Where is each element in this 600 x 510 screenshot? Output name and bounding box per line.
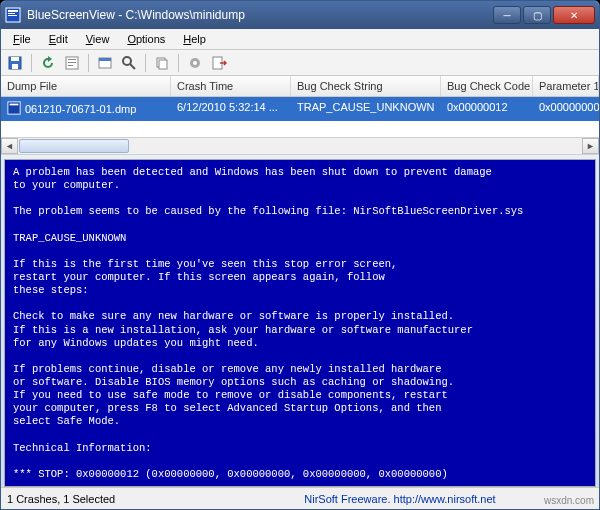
titlebar[interactable]: BlueScreenView - C:\Windows\minidump ─ ▢… bbox=[1, 1, 599, 29]
cell-bug-string: TRAP_CAUSE_UNKNOWN bbox=[291, 97, 441, 121]
scroll-left-icon[interactable]: ◄ bbox=[1, 138, 18, 154]
refresh-icon[interactable] bbox=[38, 53, 58, 73]
copy-icon[interactable] bbox=[152, 53, 172, 73]
window-buttons: ─ ▢ ✕ bbox=[493, 6, 595, 24]
svg-line-14 bbox=[130, 64, 135, 69]
cell-param1: 0x00000000 bbox=[533, 97, 599, 121]
menu-edit[interactable]: Edit bbox=[41, 31, 76, 47]
options-icon[interactable] bbox=[95, 53, 115, 73]
status-link[interactable]: NirSoft Freeware. http://www.nirsoft.net bbox=[207, 493, 593, 505]
svg-rect-8 bbox=[68, 59, 76, 60]
menubar: File Edit View Options Help bbox=[1, 29, 599, 50]
toolbar-separator bbox=[31, 54, 32, 72]
svg-rect-1 bbox=[8, 10, 18, 12]
menu-help[interactable]: Help bbox=[175, 31, 214, 47]
horizontal-scrollbar[interactable]: ◄ ► bbox=[1, 137, 599, 155]
app-icon bbox=[5, 7, 21, 23]
menu-options[interactable]: Options bbox=[119, 31, 173, 47]
svg-rect-5 bbox=[11, 57, 19, 61]
svg-point-13 bbox=[123, 57, 131, 65]
svg-rect-16 bbox=[159, 60, 167, 69]
col-bug-check-code[interactable]: Bug Check Code bbox=[441, 76, 533, 96]
cell-dump-file: 061210-70671-01.dmp bbox=[25, 103, 136, 115]
cell-bug-code: 0x00000012 bbox=[441, 97, 533, 121]
scroll-track[interactable] bbox=[18, 139, 582, 153]
bsod-preview: A problem has been detected and Windows … bbox=[4, 159, 596, 487]
svg-rect-6 bbox=[12, 64, 18, 69]
svg-point-18 bbox=[193, 61, 197, 65]
app-window: BlueScreenView - C:\Windows\minidump ─ ▢… bbox=[0, 0, 600, 510]
watermark: wsxdn.com bbox=[544, 495, 594, 506]
col-parameter-1[interactable]: Parameter 1 bbox=[533, 76, 599, 96]
toolbar-separator bbox=[145, 54, 146, 72]
status-left: 1 Crashes, 1 Selected bbox=[7, 493, 207, 505]
maximize-button[interactable]: ▢ bbox=[523, 6, 551, 24]
svg-rect-3 bbox=[8, 15, 17, 16]
svg-rect-10 bbox=[68, 65, 73, 66]
properties-icon[interactable] bbox=[62, 53, 82, 73]
settings-icon[interactable] bbox=[185, 53, 205, 73]
scroll-right-icon[interactable]: ► bbox=[582, 138, 599, 154]
find-icon[interactable] bbox=[119, 53, 139, 73]
window-title: BlueScreenView - C:\Windows\minidump bbox=[27, 8, 493, 22]
toolbar-separator bbox=[88, 54, 89, 72]
minimize-button[interactable]: ─ bbox=[493, 6, 521, 24]
table-row[interactable]: 061210-70671-01.dmp 6/12/2010 5:32:14 ..… bbox=[1, 97, 599, 121]
toolbar-separator bbox=[178, 54, 179, 72]
close-button[interactable]: ✕ bbox=[553, 6, 595, 24]
list-header: Dump File Crash Time Bug Check String Bu… bbox=[1, 76, 599, 97]
statusbar: 1 Crashes, 1 Selected NirSoft Freeware. … bbox=[1, 487, 599, 509]
svg-rect-12 bbox=[99, 58, 111, 61]
save-icon[interactable] bbox=[5, 53, 25, 73]
menu-file[interactable]: File bbox=[5, 31, 39, 47]
col-dump-file[interactable]: Dump File bbox=[1, 76, 171, 96]
dump-file-icon bbox=[7, 101, 21, 117]
scroll-thumb[interactable] bbox=[19, 139, 129, 153]
svg-rect-2 bbox=[8, 13, 15, 14]
toolbar bbox=[1, 50, 599, 76]
cell-crash-time: 6/12/2010 5:32:14 ... bbox=[171, 97, 291, 121]
svg-rect-9 bbox=[68, 62, 76, 63]
col-crash-time[interactable]: Crash Time bbox=[171, 76, 291, 96]
col-bug-check-string[interactable]: Bug Check String bbox=[291, 76, 441, 96]
svg-rect-21 bbox=[10, 104, 19, 106]
dump-list[interactable]: 061210-70671-01.dmp 6/12/2010 5:32:14 ..… bbox=[1, 97, 599, 137]
menu-view[interactable]: View bbox=[78, 31, 118, 47]
exit-icon[interactable] bbox=[209, 53, 229, 73]
